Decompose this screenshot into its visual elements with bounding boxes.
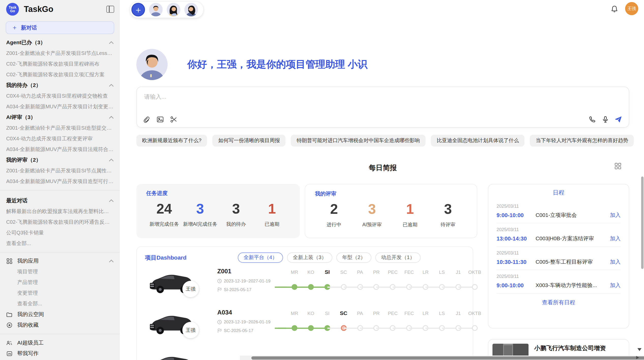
image-upload-icon[interactable] xyxy=(156,115,164,123)
sidebar-task-item[interactable]: Z001-全新燃油轻卡产品开发项目SI造型提交物评审 xyxy=(0,123,120,133)
suggestion-chip[interactable]: 如何写一份清晰的项目周报 xyxy=(213,135,286,147)
sidebar-task-item[interactable]: Z001-全新燃油皮卡产品开发项目SI节点Lesson Learn报告 xyxy=(0,48,120,59)
sidebar-section-header[interactable]: 我的评审（2） xyxy=(0,155,120,166)
my-review-stats: 2进行中3AI预评审1已逾期3待评审 xyxy=(315,200,467,228)
project-owner-badge: 王强 xyxy=(182,281,199,297)
suggestion-chip[interactable]: 当下年轻人对汽车外观有怎样的喜好趋势 xyxy=(530,135,634,147)
dashboard-title: 项目Dashboard xyxy=(145,254,186,261)
assistant-avatar xyxy=(136,49,168,80)
stat-value: 3 xyxy=(444,200,452,218)
event-join-link[interactable]: 加入 xyxy=(610,212,621,219)
my-apps-view-all-link[interactable]: 查看全部... xyxy=(0,298,120,309)
sidebar-task-item[interactable]: C0X4-动力总成开发项目SI里程碑提交物检查 xyxy=(0,91,120,101)
my-review-card: 我的评审 2进行中3AI预评审1已逾期3待评审 xyxy=(305,184,477,238)
star-badge-icon xyxy=(6,322,12,328)
label: Agent已办（3） xyxy=(6,39,46,46)
dashboard-tab[interactable]: 年型（2） xyxy=(336,252,371,263)
sidebar-section-header[interactable]: AI评审（3） xyxy=(0,112,120,123)
stat-item: 2进行中 xyxy=(315,200,353,228)
event-join-link[interactable]: 加入 xyxy=(610,258,621,266)
view-all-schedule-link[interactable]: 查看所有日程 xyxy=(496,299,621,306)
sidebar-item-help-me-write[interactable]: 帮我写作 xyxy=(0,348,120,359)
sidebar-collapse-icon[interactable] xyxy=(106,6,114,13)
horizontal-scrollbar xyxy=(240,355,644,360)
sidebar-item-my-apps[interactable]: 我的应用 xyxy=(0,256,120,266)
recent-chat-item[interactable]: 公司Q3轻卡销量 xyxy=(0,228,120,238)
new-chat-button[interactable]: ＋ 新对话 xyxy=(6,21,114,34)
suggestion-chip[interactable]: 欧洲新规最近颁布了什么? xyxy=(136,135,207,147)
dashboard-tab[interactable]: 全新上装（3） xyxy=(287,252,332,263)
phone-call-icon[interactable] xyxy=(588,115,596,123)
milestone-label: LS xyxy=(434,268,450,276)
sidebar-task-item[interactable]: A034-全新新能源MUV产品开发项目法规符合性评审 xyxy=(0,144,120,155)
project-owner-badge: 王强 xyxy=(182,322,199,338)
scroll-right-arrow[interactable] xyxy=(636,356,639,359)
my-apps-subitem[interactable]: 项目管理 xyxy=(0,266,120,277)
sidebar-task-item[interactable]: C02-飞腾新能源轻客改款项目立项汇报方案 xyxy=(0,69,120,80)
sidebar-item-favorites[interactable]: 我的收藏 xyxy=(0,320,120,331)
stat-item: 3我的待办 xyxy=(218,200,254,228)
event-date: 2025/03/11 xyxy=(496,204,621,208)
sidebar-header: Task Go TaskGo xyxy=(0,0,120,18)
event-time: 13:00-14:30 xyxy=(496,235,535,242)
dashboard-tab[interactable]: 全新平台（4） xyxy=(238,252,283,263)
input-left-icons xyxy=(142,115,177,123)
suggestion-chip[interactable]: 特朗普可能对进口汽车增税会对中国车企造成哪些影响 xyxy=(291,135,426,147)
recent-chats-header[interactable]: 最近对话 xyxy=(0,196,120,206)
event-join-link[interactable]: 加入 xyxy=(610,282,621,289)
layout-grid-icon[interactable] xyxy=(614,162,621,171)
sidebar-section-header[interactable]: Agent已办（3） xyxy=(0,37,120,48)
sidebar-task-item[interactable]: A034-全新新能源MUV产品开发项目计划变更表编写 xyxy=(0,101,120,112)
sidebar-item-ai-super-staff[interactable]: AI超级员工 xyxy=(0,337,120,348)
sidebar-item-creative-drawing[interactable]: 创意制图 xyxy=(0,359,120,360)
my-apps-subitem[interactable]: 产品管理 xyxy=(0,277,120,288)
chevron-up-icon[interactable] xyxy=(109,41,114,44)
dashboard-tab[interactable]: 动总开发（1） xyxy=(375,252,421,263)
avatar[interactable] xyxy=(167,3,180,16)
recent-view-all-link[interactable]: 查看全部... xyxy=(0,238,120,249)
project-row: 王强A0342023-12-19~2026-01-19SC-2025-05-17… xyxy=(145,304,464,345)
avatar[interactable] xyxy=(149,3,163,16)
microphone-icon[interactable] xyxy=(601,115,609,123)
sidebar-task-item[interactable]: C02-飞腾新能源轻客改款项目里程碑画布 xyxy=(0,59,120,69)
milestone: OKTB xyxy=(466,310,483,317)
milestone-label: PA xyxy=(352,268,368,276)
recent-chat-item[interactable]: 解释最新出台的欧盟报废车法规再生塑料比例被调至15%... xyxy=(0,206,120,217)
write-doc-icon xyxy=(6,350,12,356)
suggestion-chip[interactable]: 比亚迪全固态电池计划具体说了什么 xyxy=(431,135,525,147)
avatar[interactable] xyxy=(184,3,198,16)
sidebar-item-cloud-space[interactable]: 我的云空间 xyxy=(0,309,120,320)
notification-bell-icon[interactable] xyxy=(611,5,618,13)
milestone-dot[interactable] xyxy=(472,325,478,331)
sidebar-task-item[interactable]: Z001-全新燃油轻卡产品开发项目SI节点属性5D文件评审 xyxy=(0,166,120,176)
event-join-link[interactable]: 加入 xyxy=(610,235,621,242)
milestone-dot[interactable] xyxy=(472,284,478,290)
scissors-icon[interactable] xyxy=(170,115,178,123)
project-info: Z0012023-12-19~2027-01-19SI-2025-05-17 xyxy=(217,268,270,292)
horizontal-scrollbar-thumb[interactable] xyxy=(251,356,644,359)
label: C02-飞腾新能源轻客改款项目里程碑画布 xyxy=(6,61,99,67)
chat-input[interactable] xyxy=(143,93,622,100)
attachment-icon[interactable] xyxy=(142,115,150,123)
send-icon[interactable] xyxy=(614,115,622,123)
milestone: PR xyxy=(368,268,385,276)
sidebar-task-item[interactable]: C0X4-动力总成开发项目工程变更评审 xyxy=(0,133,120,144)
milestone: FEC xyxy=(401,310,417,317)
chevron-up-icon[interactable] xyxy=(109,84,114,87)
label: 公司Q3轻卡销量 xyxy=(6,229,44,236)
recent-chat-item[interactable]: C02-飞腾新能源轻客改款项目的闭环通告反馈情况 xyxy=(0,217,120,228)
scroll-down-arrow[interactable] xyxy=(637,348,641,351)
stat-label: 新增AI完成任务 xyxy=(183,221,217,228)
divider xyxy=(0,252,120,252)
chevron-up-icon[interactable] xyxy=(109,116,114,119)
sidebar-task-item[interactable]: A034-全新新能源MUV产品开发项目造型可行性评审 xyxy=(0,176,120,187)
event-title: C005-整车工程目标评审 xyxy=(536,258,610,266)
chevron-up-icon[interactable] xyxy=(109,158,114,162)
vertical-scrollbar-thumb[interactable] xyxy=(641,176,644,269)
add-member-button[interactable]: ＋ xyxy=(131,3,145,16)
sidebar-section-header[interactable]: 我的待办（2） xyxy=(0,80,120,91)
chevron-up-icon[interactable] xyxy=(109,260,114,263)
my-apps-subitem[interactable]: 变更管理 xyxy=(0,288,120,298)
user-avatar[interactable]: 王强 xyxy=(625,2,638,15)
chevron-up-icon[interactable] xyxy=(109,199,114,202)
